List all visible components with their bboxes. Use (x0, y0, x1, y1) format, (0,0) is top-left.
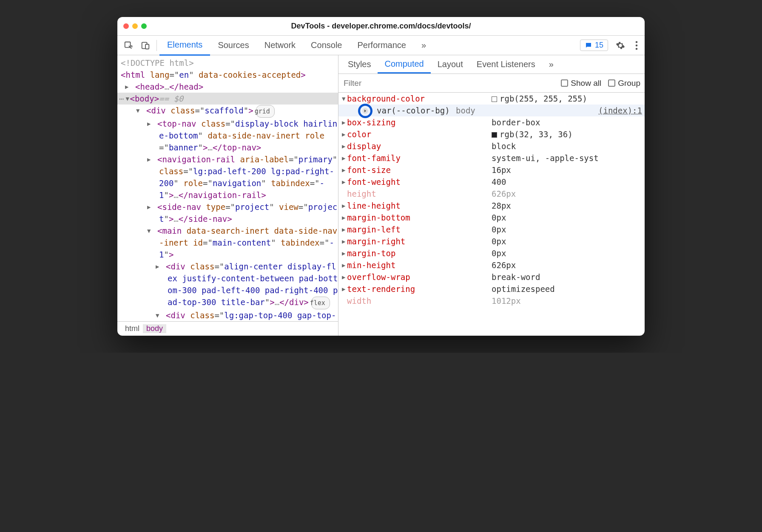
property-name: margin-left (347, 224, 492, 235)
layout-chip-flex[interactable]: flex (311, 297, 330, 309)
go-to-source-icon[interactable] (358, 104, 372, 118)
property-name: line-height (347, 200, 492, 212)
settings-icon[interactable] (612, 41, 628, 50)
computed-property-row[interactable]: ▶margin-left0px (338, 224, 645, 235)
property-name: text-rendering (347, 283, 492, 295)
expand-caret-icon[interactable]: ▼ (342, 93, 347, 105)
property-value: 0px (492, 247, 506, 259)
computed-property-row[interactable]: ▶box-sizingborder-box (338, 116, 645, 128)
computed-properties-list[interactable]: ▼background-colorrgb(255, 255, 255)var(-… (338, 93, 645, 336)
expand-caret-icon[interactable]: ▶ (342, 128, 347, 140)
window-title: DevTools - developer.chrome.com/docs/dev… (117, 22, 645, 31)
close-window-icon[interactable] (123, 23, 129, 29)
subtab-computed[interactable]: Computed (378, 55, 430, 74)
subtabs-overflow[interactable]: » (542, 55, 560, 74)
zoom-window-icon[interactable] (141, 23, 147, 29)
expand-caret-icon[interactable]: ▶ (342, 116, 347, 128)
property-value: break-word (492, 271, 540, 283)
trace-value: var(--color-bg) (358, 105, 456, 116)
checkbox-icon (608, 79, 615, 87)
subtab-styles[interactable]: Styles (341, 55, 378, 74)
main-toolbar: Elements Sources Network Console Perform… (117, 36, 645, 55)
computed-property-row[interactable]: ▶min-height626px (338, 259, 645, 271)
computed-property-row[interactable]: ▶font-familysystem-ui, -apple-syst (338, 152, 645, 164)
expand-caret-icon[interactable]: ▶ (342, 235, 347, 247)
dom-div-scaffold[interactable]: ▼<div class="scaffold">grid (117, 105, 338, 118)
dom-body-node-selected[interactable]: ⋯ ▼ <body> == $0 (117, 93, 338, 105)
property-name: box-sizing (347, 116, 492, 128)
property-name: margin-top (347, 247, 492, 259)
subtab-layout[interactable]: Layout (431, 55, 470, 74)
computed-property-row[interactable]: ▶line-height28px (338, 200, 645, 212)
computed-property-row[interactable]: ▶margin-bottom0px (338, 212, 645, 224)
dom-html-node[interactable]: <html lang="en" data-cookies-accepted> (117, 69, 338, 81)
trace-source-link[interactable]: (index):1 (515, 105, 645, 116)
tabs-overflow[interactable]: » (414, 36, 434, 55)
expand-caret-icon[interactable]: ▶ (342, 259, 347, 271)
expand-caret-icon[interactable]: ▶ (342, 140, 347, 152)
property-name: height (347, 188, 492, 200)
expand-caret-icon[interactable]: ▶ (342, 224, 347, 235)
computed-property-row[interactable]: ▶margin-top0px (338, 247, 645, 259)
breadcrumb: html body (117, 321, 338, 336)
computed-property-row[interactable]: ▶font-weight400 (338, 176, 645, 188)
tab-console[interactable]: Console (303, 36, 350, 55)
tab-network[interactable]: Network (257, 36, 303, 55)
property-value: 16px (492, 164, 511, 176)
show-all-checkbox[interactable]: Show all (561, 79, 601, 88)
property-value: 0px (492, 212, 506, 224)
computed-property-row[interactable]: ▶margin-right0px (338, 235, 645, 247)
property-value: 400 (492, 176, 506, 188)
computed-property-row[interactable]: ▶displayblock (338, 140, 645, 152)
device-toolbar-icon[interactable] (137, 36, 154, 55)
dom-side-nav[interactable]: ▶<side-nav type="project" view="project"… (117, 201, 338, 225)
tab-performance[interactable]: Performance (350, 36, 414, 55)
expand-caret-icon[interactable]: ▶ (342, 212, 347, 224)
dom-title-bar-div[interactable]: ▶<div class="align-center display-flex j… (117, 260, 338, 309)
dom-gap-div[interactable]: ▼<div class="lg:gap-top-400 gap-top-0 pa… (117, 309, 338, 321)
filter-input[interactable] (343, 78, 554, 88)
expand-caret-icon[interactable]: ▶ (342, 200, 347, 212)
dom-main[interactable]: ▼<main data-search-inert data-side-nav-i… (117, 225, 338, 260)
tab-elements[interactable]: Elements (159, 36, 210, 56)
more-menu-icon[interactable] (628, 41, 645, 50)
computed-property-row[interactable]: ▶text-renderingoptimizespeed (338, 283, 645, 295)
layout-chip-grid[interactable]: grid (256, 105, 275, 118)
property-value: 626px (492, 188, 516, 200)
sidebar-tabs: Styles Computed Layout Event Listeners » (338, 55, 645, 74)
computed-property-row[interactable]: ▶colorrgb(32, 33, 36) (338, 128, 645, 140)
property-name: overflow-wrap (347, 271, 492, 283)
computed-property-row[interactable]: ▼background-colorrgb(255, 255, 255) (338, 93, 645, 105)
computed-property-row[interactable]: ▶width1012px (338, 295, 645, 307)
crumb-html[interactable]: html (122, 324, 143, 333)
toolbar-separator (156, 40, 157, 51)
dom-doctype[interactable]: <!DOCTYPE html> (121, 58, 194, 68)
property-name: margin-right (347, 235, 492, 247)
computed-property-row[interactable]: ▶overflow-wrapbreak-word (338, 271, 645, 283)
computed-trace-row[interactable]: var(--color-bg)body(index):1 (338, 105, 645, 116)
expand-caret-icon[interactable]: ▶ (342, 247, 347, 259)
subtab-event-listeners[interactable]: Event Listeners (470, 55, 542, 74)
expand-caret-icon[interactable]: ▶ (342, 176, 347, 188)
property-value: optimizespeed (492, 283, 555, 295)
crumb-body[interactable]: body (143, 324, 166, 333)
issues-badge[interactable]: 15 (580, 40, 608, 51)
group-checkbox[interactable]: Group (608, 79, 640, 88)
property-name: margin-bottom (347, 212, 492, 224)
ellipsis-icon[interactable]: ⋯ (117, 93, 125, 105)
tab-sources[interactable]: Sources (210, 36, 256, 55)
property-name: color (347, 128, 492, 140)
dom-tree[interactable]: <!DOCTYPE html> <html lang="en" data-coo… (117, 55, 338, 321)
dom-top-nav[interactable]: ▶<top-nav class="display-block hairline-… (117, 118, 338, 153)
minimize-window-icon[interactable] (132, 23, 138, 29)
dom-navigation-rail[interactable]: ▶<navigation-rail aria-label="primary" c… (117, 153, 338, 201)
dom-head-node[interactable]: ▶<head>…</head> (117, 81, 338, 93)
expand-caret-icon[interactable]: ▶ (342, 283, 347, 295)
computed-property-row[interactable]: ▶height626px (338, 188, 645, 200)
expand-caret-icon[interactable]: ▶ (342, 152, 347, 164)
computed-property-row[interactable]: ▶font-size16px (338, 164, 645, 176)
expand-caret-icon[interactable]: ▶ (342, 164, 347, 176)
expand-caret-icon[interactable]: ▶ (342, 271, 347, 283)
inspect-element-icon[interactable] (120, 36, 137, 55)
chat-icon (585, 42, 592, 49)
